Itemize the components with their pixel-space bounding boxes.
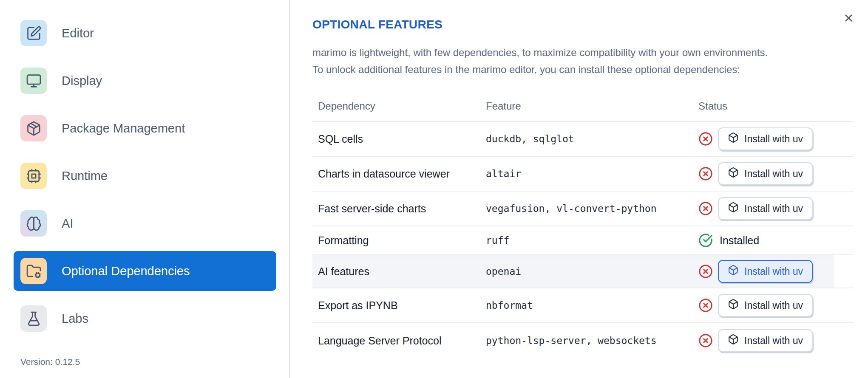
install-button-label: Install with uv: [744, 133, 803, 145]
column-header-dependency: Dependency: [312, 100, 482, 112]
status-cell: Install with uv: [695, 329, 854, 352]
column-header-status: Status: [695, 100, 854, 112]
square-pen-icon: [20, 20, 47, 46]
install-button-label: Install with uv: [744, 168, 803, 180]
settings-sidebar: Editor Display Package Management Runtim…: [0, 0, 290, 378]
sidebar-item-runtime[interactable]: Runtime: [14, 156, 276, 196]
package-box-icon: [728, 299, 739, 312]
package-box-icon: [728, 132, 739, 146]
install-button-label: Install with uv: [744, 203, 803, 214]
circle-x-icon: [698, 298, 713, 313]
status-cell: Installed: [695, 233, 854, 248]
dependency-cell: Export as IPYNB: [312, 299, 482, 312]
close-button[interactable]: [839, 9, 858, 28]
package-icon: [20, 115, 47, 141]
status-cell: Install with uv: [695, 260, 854, 283]
sidebar-item-label: Editor: [62, 26, 94, 40]
table-row: AI features openai Install with uv: [312, 255, 854, 288]
cpu-icon: [20, 163, 47, 189]
circle-x-icon: [698, 201, 713, 216]
sidebar-item-label: Labs: [62, 312, 88, 326]
feature-cell: openai: [482, 266, 695, 277]
dependency-cell: AI features: [312, 265, 482, 278]
package-box-icon: [728, 265, 739, 278]
dependency-cell: Fast server-side charts: [312, 203, 482, 215]
feature-cell: duckdb, sqlglot: [482, 133, 695, 144]
sidebar-item-labs[interactable]: Labs: [14, 299, 276, 339]
dependency-cell: Language Server Protocol: [312, 335, 482, 347]
status-cell: Install with uv: [695, 162, 854, 185]
install-with-uv-button[interactable]: Install with uv: [718, 162, 813, 185]
install-with-uv-button[interactable]: Install with uv: [718, 260, 813, 283]
description-line: To unlock additional features in the mar…: [312, 61, 854, 78]
brain-icon: [20, 210, 47, 237]
feature-cell: altair: [482, 168, 695, 179]
status-cell: Install with uv: [695, 127, 854, 150]
sidebar-item-label: Runtime: [62, 169, 108, 183]
sidebar-item-label: Optional Dependencies: [62, 264, 190, 278]
dependency-cell: Formatting: [312, 234, 482, 247]
circle-x-icon: [698, 166, 713, 181]
status-cell: Install with uv: [695, 294, 854, 317]
description-line: marimo is lightweight, with few dependen…: [312, 44, 854, 61]
installed-label: Installed: [720, 234, 759, 247]
sidebar-item-label: Display: [62, 74, 102, 88]
sidebar-item-editor[interactable]: Editor: [14, 13, 276, 53]
circle-check-icon: [698, 233, 713, 248]
table-row: Language Server Protocol python-lsp-serv…: [312, 323, 854, 358]
install-with-uv-button[interactable]: Install with uv: [718, 197, 813, 220]
circle-x-icon: [698, 132, 713, 146]
install-with-uv-button[interactable]: Install with uv: [718, 294, 813, 317]
table-header-row: Dependency Feature Status: [312, 91, 854, 122]
circle-x-icon: [698, 333, 713, 348]
sidebar-item-package-management[interactable]: Package Management: [14, 108, 276, 148]
optional-features-panel: OPTIONAL FEATURES marimo is lightweight,…: [290, 0, 868, 378]
feature-cell: python-lsp-server, websockets: [482, 335, 695, 346]
sidebar-item-label: Package Management: [62, 121, 185, 135]
install-with-uv-button[interactable]: Install with uv: [718, 127, 813, 150]
feature-cell: vegafusion, vl-convert-python: [482, 203, 695, 214]
feature-cell: ruff: [482, 235, 695, 246]
install-button-label: Install with uv: [744, 335, 803, 347]
package-box-icon: [728, 202, 739, 215]
package-box-icon: [728, 334, 739, 347]
settings-dialog: Editor Display Package Management Runtim…: [0, 0, 868, 378]
circle-x-icon: [698, 264, 713, 279]
flask-icon: [20, 305, 47, 332]
dependency-cell: Charts in datasource viewer: [312, 168, 482, 180]
table-row: SQL cells duckdb, sqlglot Install with u…: [312, 122, 854, 157]
sidebar-item-optional-dependencies[interactable]: Optional Dependencies: [14, 251, 276, 291]
sidebar-item-display[interactable]: Display: [14, 61, 276, 101]
sidebar-item-label: AI: [62, 217, 73, 231]
table-row: Fast server-side charts vegafusion, vl-c…: [312, 192, 854, 226]
feature-cell: nbformat: [482, 300, 695, 311]
package-box-icon: [728, 167, 739, 181]
page-title: OPTIONAL FEATURES: [312, 18, 854, 31]
install-with-uv-button[interactable]: Install with uv: [718, 329, 813, 352]
column-header-feature: Feature: [482, 100, 695, 112]
dependency-cell: SQL cells: [312, 133, 482, 145]
close-icon: [843, 12, 854, 25]
table-body: SQL cells duckdb, sqlglot Install with u…: [312, 122, 854, 358]
sidebar-nav: Editor Display Package Management Runtim…: [0, 0, 289, 339]
table-row: Export as IPYNB nbformat Install with uv: [312, 288, 854, 323]
panel-description: marimo is lightweight, with few dependen…: [312, 44, 854, 78]
table-row: Formatting ruff Installed: [312, 226, 854, 255]
status-cell: Install with uv: [695, 197, 854, 220]
version-label: Version: 0.12.5: [20, 357, 80, 367]
dependencies-table: Dependency Feature Status SQL cells duck…: [312, 91, 854, 358]
install-button-label: Install with uv: [744, 300, 803, 311]
monitor-icon: [20, 68, 47, 94]
sidebar-item-ai[interactable]: AI: [14, 203, 276, 243]
folder-cog-icon: [20, 258, 47, 284]
table-row: Charts in datasource viewer altair Insta…: [312, 157, 854, 192]
install-button-label: Install with uv: [744, 266, 803, 277]
